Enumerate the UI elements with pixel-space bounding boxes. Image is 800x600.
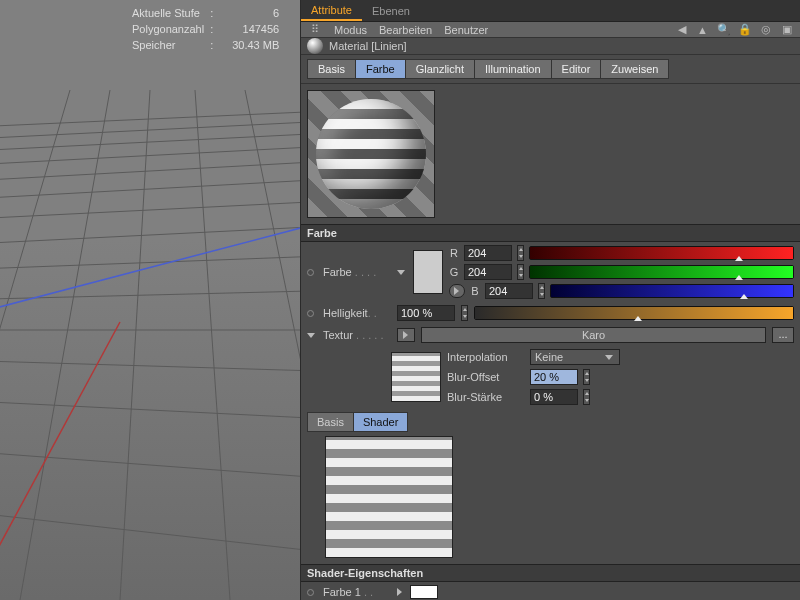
tab-attribute[interactable]: Attribute	[301, 0, 362, 21]
svg-line-4	[0, 450, 300, 480]
tab-glanzlicht[interactable]: Glanzlicht	[406, 59, 475, 79]
attribute-panel: Attribute Ebenen ⠿ Modus Bearbeiten Benu…	[300, 0, 800, 600]
label-blur-offset: Blur-Offset	[447, 371, 525, 383]
section-farbe-header: Farbe	[301, 224, 800, 242]
svg-line-5	[0, 510, 300, 555]
svg-line-14	[0, 110, 300, 128]
grip-icon: ⠿	[307, 22, 322, 37]
anim-dot[interactable]	[307, 310, 314, 317]
tab-zuweisen[interactable]: Zuweisen	[601, 59, 669, 79]
subtab-basis[interactable]: Basis	[307, 412, 354, 432]
slider-brightness[interactable]	[474, 306, 794, 320]
expand-texture-icon[interactable]	[307, 333, 315, 338]
material-header: Material [Linien]	[301, 38, 800, 55]
section-shader-properties: Shader-Eigenschaften	[301, 564, 800, 582]
lock-icon[interactable]: 🔒	[737, 22, 752, 37]
label-color1: Farbe 1	[323, 586, 361, 598]
viewport[interactable]: Aktuelle Stufe:6 Polygonanzahl:147456 Sp…	[0, 0, 300, 600]
input-b[interactable]: 204	[485, 283, 533, 299]
panel-tabs: Attribute Ebenen	[301, 0, 800, 22]
tab-basis[interactable]: Basis	[307, 59, 356, 79]
svg-line-9	[0, 178, 300, 200]
texture-browse-button[interactable]: ...	[772, 327, 794, 343]
tab-farbe[interactable]: Farbe	[356, 59, 406, 79]
stepper-r[interactable]	[517, 245, 524, 261]
tab-editor[interactable]: Editor	[552, 59, 602, 79]
svg-line-18	[245, 90, 300, 600]
stepper-b[interactable]	[538, 283, 545, 299]
expand-color1-icon[interactable]	[397, 588, 402, 596]
row-color1: Farbe 1 . .	[301, 582, 800, 600]
row-texture-detail: Interpolation Keine Blur-Offset 20 % Blu…	[301, 346, 800, 408]
row-color: Farbe . . . . R 204 G 204	[301, 242, 800, 302]
stepper-blur-strength[interactable]	[583, 389, 590, 405]
nav-up-icon[interactable]: ▲	[695, 22, 710, 37]
stepper-brightness[interactable]	[461, 305, 468, 321]
row-texture: Textur . . . . . Karo ...	[301, 324, 800, 346]
nav-back-icon[interactable]: ◀	[674, 22, 689, 37]
expand-color-icon[interactable]	[397, 270, 405, 275]
color1-swatch[interactable]	[410, 585, 438, 599]
label-g: G	[449, 266, 459, 278]
viewport-grid	[0, 0, 300, 600]
shader-preview[interactable]	[325, 436, 453, 558]
texture-name-button[interactable]: Karo	[421, 327, 766, 343]
stepper-blur-offset[interactable]	[583, 369, 590, 385]
subtab-shader[interactable]: Shader	[354, 412, 408, 432]
material-title: Material [Linien]	[329, 40, 407, 52]
slider-b[interactable]	[550, 284, 794, 298]
new-window-icon[interactable]: ▣	[779, 22, 794, 37]
input-r[interactable]: 204	[464, 245, 512, 261]
svg-line-7	[0, 225, 300, 245]
input-blur-offset[interactable]: 20 %	[530, 369, 578, 385]
svg-line-10	[0, 160, 300, 182]
label-interpolation: Interpolation	[447, 351, 525, 363]
menu-mode[interactable]: Modus	[334, 24, 367, 36]
slider-r[interactable]	[529, 246, 794, 260]
svg-line-3	[0, 400, 300, 420]
svg-line-11	[0, 145, 300, 166]
panel-toolbar: ⠿ Modus Bearbeiten Benutzer ◀ ▲ 🔍 🔒 ◎ ▣	[301, 22, 800, 38]
color-model-button[interactable]	[449, 284, 465, 298]
viewport-stats: Aktuelle Stufe:6 Polygonanzahl:147456 Sp…	[130, 4, 285, 54]
label-color: Farbe	[323, 266, 352, 278]
slider-g[interactable]	[529, 265, 794, 279]
svg-line-8	[0, 200, 300, 220]
label-b: B	[470, 285, 480, 297]
stepper-g[interactable]	[517, 264, 524, 280]
input-blur-strength[interactable]: 0 %	[530, 389, 578, 405]
tab-illumination[interactable]: Illumination	[475, 59, 552, 79]
label-texture: Textur	[323, 329, 353, 341]
axis-z	[0, 215, 300, 320]
select-interpolation[interactable]: Keine	[530, 349, 620, 365]
search-icon[interactable]: 🔍	[716, 22, 731, 37]
label-r: R	[449, 247, 459, 259]
svg-line-16	[120, 90, 150, 600]
row-brightness: Helligkeit. . 100 %	[301, 302, 800, 324]
material-icon	[307, 38, 323, 54]
svg-line-15	[20, 90, 110, 600]
texture-thumbnail[interactable]	[391, 352, 441, 402]
menu-edit[interactable]: Bearbeiten	[379, 24, 432, 36]
texture-popup-button[interactable]	[397, 328, 415, 342]
label-blur-strength: Blur-Stärke	[447, 391, 525, 403]
input-brightness[interactable]: 100 %	[397, 305, 455, 321]
label-brightness: Helligkeit	[323, 307, 368, 319]
shader-subtabs: Basis Shader	[301, 408, 800, 432]
menu-user[interactable]: Benutzer	[444, 24, 488, 36]
anim-dot[interactable]	[307, 589, 314, 596]
chevron-down-icon	[605, 355, 613, 360]
anim-dot[interactable]	[307, 269, 314, 276]
svg-line-2	[0, 360, 300, 372]
material-preview[interactable]	[307, 90, 435, 218]
target-icon[interactable]: ◎	[758, 22, 773, 37]
channel-tabs: Basis Farbe Glanzlicht Illumination Edit…	[301, 55, 800, 84]
tab-layers[interactable]: Ebenen	[362, 0, 420, 21]
input-g[interactable]: 204	[464, 264, 512, 280]
color-swatch[interactable]	[413, 250, 443, 294]
